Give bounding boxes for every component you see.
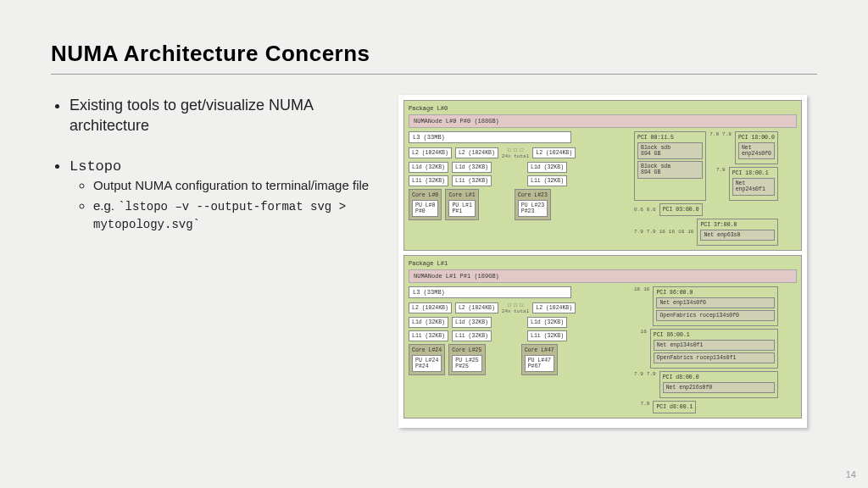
bullet-1: Existing tools to get/visualize NUMA arc… bbox=[70, 95, 373, 136]
numa-node-1: NUMANode L#1 P#1 (189GB) bbox=[409, 269, 797, 283]
core-24: Core L#24PU L#24 P#24 bbox=[409, 344, 445, 375]
pci-3f-00-0: PCI 3f:00.0Net enp63s0 bbox=[697, 219, 778, 246]
bullet-2-label: Lstopo bbox=[70, 158, 121, 175]
core-1: Core L#1PU L#1 P#1 bbox=[445, 189, 478, 220]
bullet-2-2: e.g. `lstopo –v --output-format svg > my… bbox=[93, 197, 373, 233]
bullet-list: Existing tools to get/visualize NUMA arc… bbox=[51, 95, 373, 252]
package-0: Package L#0 NUMANode L#0 P#0 (188GB) L3 … bbox=[403, 100, 802, 251]
pci-00-11-5: PCI 00:11.5 Block sdb 894 GB Block sda 8… bbox=[634, 131, 706, 201]
pci-86-00-1: PCI 86:00.1Net enp134s0f1OpenFabrics roc… bbox=[650, 329, 778, 369]
core-0: Core L#0PU L#0 P#0 bbox=[409, 189, 442, 220]
package-1: Package L#1 NUMANode L#1 P#1 (189GB) L3 … bbox=[403, 255, 802, 419]
bullet-2-1: Output NUMA configuration to terminal/im… bbox=[93, 177, 373, 194]
bullet-2: Lstopo Output NUMA configuration to term… bbox=[70, 155, 373, 233]
pci-18-00-0: PCI 18:00.0Net enp24s0f0 bbox=[735, 131, 778, 164]
core-25: Core L#25PU L#25 P#25 bbox=[448, 344, 485, 375]
pci-86-00-0: PCI 86:00.0Net enp134s0f0OpenFabrics roc… bbox=[653, 286, 778, 326]
lstopo-diagram: Package L#0 NUMANode L#0 P#0 (188GB) L3 … bbox=[398, 95, 807, 428]
numa-node-0: NUMANode L#0 P#0 (188GB) bbox=[409, 114, 797, 128]
l3-cache: L3 (33MB) bbox=[409, 131, 571, 143]
page-number: 14 bbox=[846, 469, 856, 480]
pci-03-00-0: PCI 03:00.0 bbox=[659, 203, 703, 216]
core-47: Core L#47PU L#47 P#67 bbox=[521, 344, 558, 375]
pci-18-00-1: PCI 18:00.1Net enp24s0f1 bbox=[729, 167, 778, 200]
core-23: Core L#23PU L#23 P#23 bbox=[515, 189, 551, 220]
pci-d8-00-1: PCI d8:00.1 bbox=[653, 401, 696, 413]
code-example: `lstopo –v --output-format svg > mytopol… bbox=[93, 200, 346, 231]
divider bbox=[51, 74, 817, 75]
slide-title: NUMA Architecture Concerns bbox=[51, 41, 817, 67]
pci-d8-00-0: PCI d8:00.0Net enp216s0f0 bbox=[659, 371, 778, 398]
